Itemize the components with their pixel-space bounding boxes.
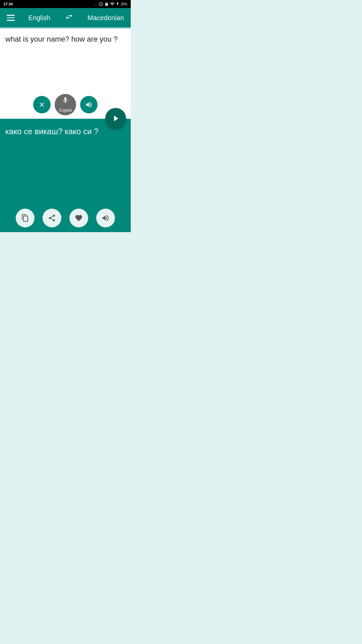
- status-dots: ...: [95, 2, 97, 6]
- output-actions: [0, 209, 131, 227]
- status-time: 17:34: [3, 2, 13, 6]
- hamburger-line-1: [7, 15, 15, 16]
- signal-icon: [110, 2, 115, 6]
- volume-output-icon: [102, 214, 110, 222]
- menu-button[interactable]: [7, 15, 15, 21]
- battery-percent: 20%: [121, 2, 127, 6]
- source-language[interactable]: English: [28, 14, 50, 22]
- share-output-button[interactable]: [43, 209, 61, 227]
- input-text[interactable]: what is your name? how are you ?: [5, 34, 125, 45]
- lock-icon: [105, 2, 109, 6]
- x-icon: [38, 101, 46, 108]
- share-icon: [48, 214, 56, 222]
- output-section: како се викаш? како си ?: [0, 119, 131, 232]
- volume-icon: [85, 101, 93, 108]
- speak-input-button[interactable]: [80, 96, 98, 113]
- target-language[interactable]: Macedonian: [87, 14, 124, 22]
- status-icons: ... 20%: [95, 2, 127, 6]
- swap-languages-button[interactable]: [64, 13, 74, 23]
- alarm-icon: [99, 2, 103, 6]
- copy-toast-button[interactable]: Copied: [55, 94, 76, 115]
- swap-icon: [64, 13, 74, 21]
- mic-icon: [62, 97, 69, 104]
- copy-output-button[interactable]: [16, 209, 35, 227]
- charging-icon: [116, 2, 119, 6]
- hamburger-line-3: [7, 20, 15, 21]
- input-section: what is your name? how are you ? Copied: [0, 29, 131, 119]
- clear-button[interactable]: [33, 96, 51, 113]
- translate-button[interactable]: [105, 108, 126, 129]
- copy-icon: [21, 214, 29, 222]
- hamburger-line-2: [7, 17, 15, 18]
- toolbar: English Macedonian: [0, 8, 131, 28]
- send-icon: [111, 114, 120, 123]
- copied-label: Copied: [59, 108, 72, 113]
- output-text: како се викаш? како си ?: [5, 125, 125, 138]
- favorite-output-button[interactable]: [69, 209, 88, 227]
- heart-icon: [75, 214, 83, 222]
- speak-output-button[interactable]: [96, 209, 115, 227]
- status-bar: 17:34 ... 20%: [0, 0, 131, 8]
